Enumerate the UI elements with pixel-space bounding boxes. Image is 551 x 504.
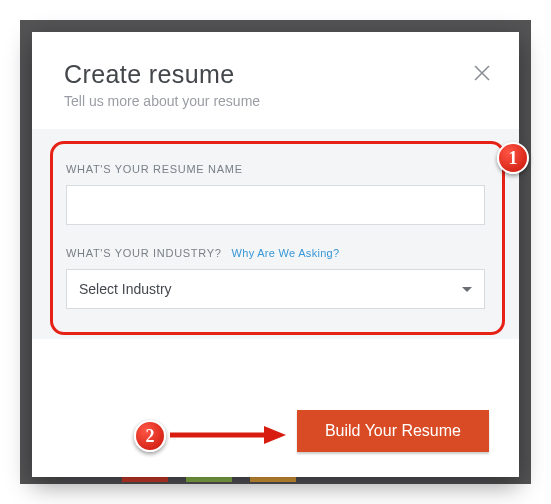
modal-header: Create resume Tell us more about your re… bbox=[32, 32, 519, 123]
form-panel: WHAT'S YOUR RESUME NAME WHAT'S YOUR INDU… bbox=[32, 129, 519, 339]
build-resume-button[interactable]: Build Your Resume bbox=[297, 410, 489, 452]
resume-name-label: WHAT'S YOUR RESUME NAME bbox=[66, 163, 243, 175]
industry-select[interactable]: Select Industry bbox=[66, 269, 485, 309]
backdrop: Create resume Tell us more about your re… bbox=[20, 20, 531, 484]
svg-marker-3 bbox=[264, 426, 286, 444]
resume-name-input[interactable] bbox=[66, 185, 485, 225]
modal-subtitle: Tell us more about your resume bbox=[64, 93, 487, 109]
annotation-arrow bbox=[168, 426, 286, 444]
why-asking-link[interactable]: Why Are We Asking? bbox=[232, 247, 340, 259]
close-icon bbox=[473, 64, 491, 82]
modal-title: Create resume bbox=[64, 60, 487, 89]
industry-label: WHAT'S YOUR INDUSTRY? bbox=[66, 247, 222, 259]
annotation-badge-2: 2 bbox=[134, 420, 166, 452]
industry-field: WHAT'S YOUR INDUSTRY? Why Are We Asking?… bbox=[66, 247, 485, 309]
annotation-badge-1: 1 bbox=[497, 142, 529, 174]
chevron-down-icon bbox=[462, 287, 472, 292]
resume-name-field: WHAT'S YOUR RESUME NAME bbox=[66, 163, 485, 225]
create-resume-modal: Create resume Tell us more about your re… bbox=[32, 32, 519, 477]
close-button[interactable] bbox=[473, 64, 491, 82]
industry-selected-value: Select Industry bbox=[79, 281, 172, 297]
